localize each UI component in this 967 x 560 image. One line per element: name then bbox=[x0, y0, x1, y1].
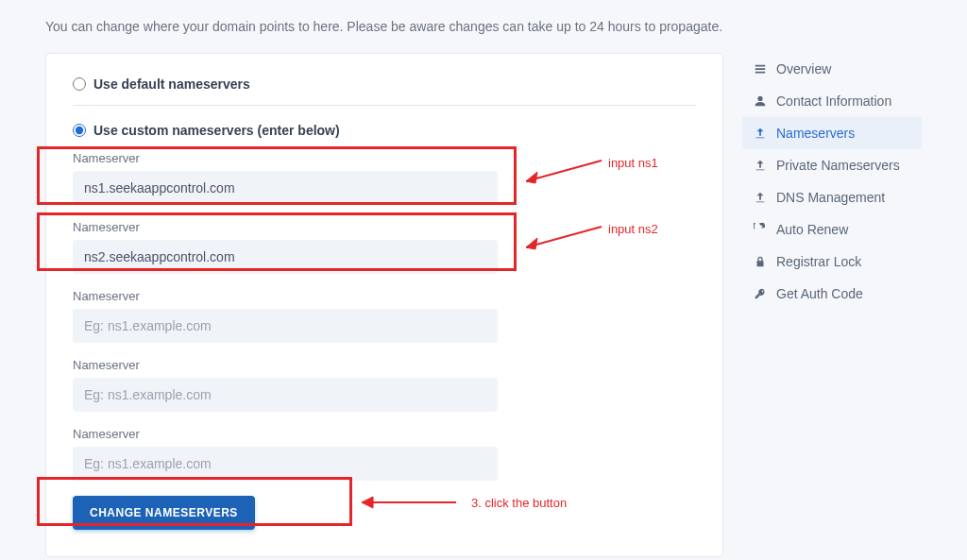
radio-custom-label: Use custom nameservers (enter below) bbox=[93, 123, 340, 138]
svg-line-2 bbox=[526, 227, 602, 247]
ns-label: Nameserver bbox=[73, 358, 498, 372]
radio-custom-input[interactable] bbox=[73, 124, 86, 137]
change-nameservers-button[interactable]: CHANGE NAMESERVERS bbox=[73, 496, 255, 530]
annotation-arrow-ns1 bbox=[517, 153, 611, 191]
sidebar-item-label: Nameservers bbox=[776, 126, 855, 141]
sidebar-item-label: Contact Information bbox=[776, 93, 891, 109]
upload-icon bbox=[754, 127, 767, 140]
sidebar-item-overview[interactable]: Overview bbox=[742, 53, 922, 85]
ns-input-4[interactable] bbox=[73, 378, 498, 412]
divider bbox=[73, 105, 696, 106]
sidebar-item-private-nameservers[interactable]: Private Nameservers bbox=[742, 149, 922, 181]
ns-input-3[interactable] bbox=[73, 309, 498, 343]
svg-line-0 bbox=[526, 161, 602, 181]
radio-default-nameservers[interactable]: Use default nameservers bbox=[73, 76, 696, 92]
annotation-arrow-ns2 bbox=[517, 219, 611, 257]
annotation-text-btn: 3. click the button bbox=[471, 496, 567, 510]
refresh-icon bbox=[754, 223, 767, 236]
radio-default-input[interactable] bbox=[73, 77, 86, 91]
upload-icon bbox=[754, 191, 767, 204]
sidebar-item-contact-information[interactable]: Contact Information bbox=[742, 85, 922, 117]
sidebar-item-get-auth-code[interactable]: Get Auth Code bbox=[742, 278, 922, 310]
page-description: You can change where your domain points … bbox=[45, 0, 922, 34]
sidebar-item-dns-management[interactable]: DNS Management bbox=[742, 181, 922, 213]
svg-marker-3 bbox=[526, 238, 537, 249]
ns-label: Nameserver bbox=[73, 427, 498, 441]
nameservers-panel: Use default nameservers Use custom names… bbox=[45, 53, 723, 557]
ns-field-4: Nameserver bbox=[73, 358, 498, 412]
sidebar-item-label: Get Auth Code bbox=[776, 286, 863, 301]
ns-label: Nameserver bbox=[73, 151, 498, 165]
radio-default-label: Use default nameservers bbox=[93, 76, 250, 92]
annotation-text-ns2: input ns2 bbox=[608, 222, 658, 236]
ns-input-2[interactable] bbox=[73, 240, 498, 274]
key-icon bbox=[754, 287, 767, 300]
annotation-text-ns1: input ns1 bbox=[608, 156, 658, 170]
ns-field-2: Nameserver bbox=[73, 220, 498, 274]
ns-label: Nameserver bbox=[73, 220, 498, 234]
sidebar: Overview Contact Information Nameservers… bbox=[742, 53, 922, 557]
sidebar-item-label: Overview bbox=[776, 61, 831, 76]
sidebar-item-registrar-lock[interactable]: Registrar Lock bbox=[742, 246, 922, 278]
ns-field-3: Nameserver bbox=[73, 289, 498, 343]
upload-icon bbox=[754, 159, 767, 172]
sidebar-item-label: Private Nameservers bbox=[776, 158, 900, 173]
ns-label: Nameserver bbox=[73, 289, 498, 303]
ns-field-1: Nameserver bbox=[73, 151, 498, 205]
sidebar-item-label: DNS Management bbox=[776, 190, 885, 205]
sidebar-item-label: Registrar Lock bbox=[776, 254, 861, 269]
svg-marker-5 bbox=[362, 497, 373, 508]
lock-icon bbox=[754, 255, 767, 268]
sidebar-item-nameservers[interactable]: Nameservers bbox=[742, 117, 922, 149]
sidebar-item-auto-renew[interactable]: Auto Renew bbox=[742, 213, 922, 246]
user-icon bbox=[754, 94, 767, 108]
radio-custom-nameservers[interactable]: Use custom nameservers (enter below) bbox=[73, 123, 696, 138]
ns-field-5: Nameserver bbox=[73, 427, 498, 481]
svg-marker-1 bbox=[526, 172, 537, 183]
ns-input-1[interactable] bbox=[73, 171, 498, 205]
ns-input-5[interactable] bbox=[73, 447, 498, 481]
list-icon bbox=[754, 62, 767, 76]
annotation-arrow-btn bbox=[352, 488, 466, 517]
sidebar-item-label: Auto Renew bbox=[776, 222, 848, 237]
